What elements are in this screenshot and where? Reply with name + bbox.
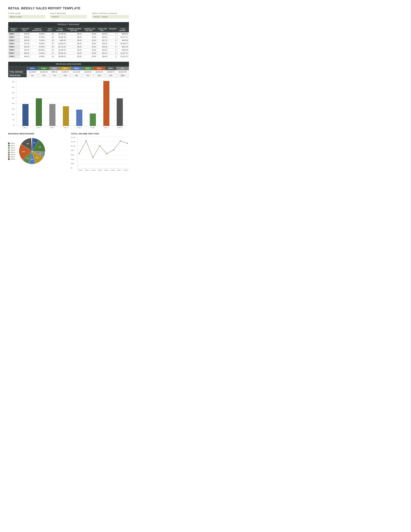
y-label-15: $15 xyxy=(12,108,15,110)
table-cell: 1 xyxy=(108,36,117,39)
bar-group xyxy=(113,81,127,126)
table-cell: $955.50 xyxy=(55,39,67,42)
table-cell: 52 xyxy=(46,36,55,39)
line-chart-area xyxy=(77,137,129,169)
x-label-item6: ITEM 6 xyxy=(86,127,100,128)
manager-label: SALES MANAGER xyxy=(50,12,87,14)
line-y-400: $400 xyxy=(71,159,75,160)
table-cell: 75.00% xyxy=(30,39,46,42)
line-dot xyxy=(127,143,128,144)
table-cell: $2.50 xyxy=(82,45,97,48)
table-cell: 35 xyxy=(46,32,55,36)
week-value: xx/xx/xx - xx/xx/xx xyxy=(92,15,129,19)
table-cell: ITEM 5 xyxy=(8,45,20,48)
line-dot xyxy=(113,150,114,151)
legend-item: ITEM 7 xyxy=(8,156,15,158)
line-y-200: $200 xyxy=(71,163,75,164)
breakdown-revenue-label: TOTAL REVENUE xyxy=(8,70,27,74)
x-label-item1: ITEM 1 xyxy=(19,127,32,128)
table-cell: 92.00% xyxy=(30,55,46,58)
legend-color-box xyxy=(8,149,10,151)
col-sold: TOTAL SOLD ▼ xyxy=(46,27,55,32)
breakdown-col-item1: ITEM 1 xyxy=(27,67,38,70)
product-revenue-table: PRODUCT REVENUE PRODUCT NAME ▼ COST PER … xyxy=(8,22,129,58)
breakdown-pct-label: PERCENTAGE xyxy=(8,74,27,77)
week-field: WEEK STARTING & ENDING xx/xx/xx - xx/xx/… xyxy=(92,12,129,19)
line-dot xyxy=(99,145,100,146)
breakdown-revenue-cell: $955.50 xyxy=(49,70,59,74)
pie-label: 9% xyxy=(33,142,36,144)
header-fields: STORE NAME Market on Main SALES MANAGER … xyxy=(8,12,129,19)
line-chart-svg xyxy=(77,137,129,169)
dropdown-icon[interactable]: ▼ xyxy=(77,30,79,31)
dropdown-icon[interactable]: ▼ xyxy=(112,30,113,31)
col-shipping-charge: SHIPPING CHARGE PER ITEM ▼ xyxy=(67,27,82,32)
legend-label: ITEM 6 xyxy=(10,154,15,155)
table-cell: $1,320.00 xyxy=(55,48,67,52)
table-cell: $2,069.76 xyxy=(55,55,67,58)
breakdown-pct-cell: 9% xyxy=(27,74,38,77)
table-cell: $2.50 xyxy=(82,39,97,42)
table-cell: ITEM 4 xyxy=(8,42,20,45)
breakdown-empty-col xyxy=(8,67,27,70)
legend-color-box xyxy=(8,147,10,149)
breakdown-pct-cell: 9% xyxy=(82,74,94,77)
legend-item: ITEM 4 xyxy=(8,149,15,151)
store-label: STORE NAME xyxy=(8,12,45,14)
bottom-charts: REVENUE BREAKDOWN ITEM 1ITEM 2ITEM 3ITEM… xyxy=(8,133,129,172)
table-cell: $13.50 xyxy=(97,48,108,52)
table-cell: 0 xyxy=(108,55,117,58)
breakdown-col-item2: ITEM 2 xyxy=(38,67,50,70)
dropdown-icon[interactable]: ▼ xyxy=(26,30,28,31)
table-cell: $2.50 xyxy=(82,52,97,55)
table-cell: 55 xyxy=(46,42,55,45)
breakdown-revenue-cell: $1,131.00 xyxy=(71,70,82,74)
legend-label: ITEM 3 xyxy=(10,147,15,149)
x-label-item5: ITEM 5 xyxy=(73,127,86,128)
table-cell: 87.00% xyxy=(30,36,46,39)
line-y-800: $800 xyxy=(71,150,75,151)
dropdown-icon[interactable]: ▼ xyxy=(52,30,53,31)
table-cell: 100.00% xyxy=(30,48,46,52)
manager-value: Patrick E. xyxy=(50,15,87,19)
table-cell: 0 xyxy=(108,39,117,42)
col-markup: MARKUP PERCENTAGE ▼ xyxy=(30,27,46,32)
table-cell: $1,101.76 xyxy=(117,55,129,58)
bar-group xyxy=(46,81,59,126)
bar-group xyxy=(19,81,32,126)
legend-color-box xyxy=(8,156,10,158)
breakdown-pct-cell: 8% xyxy=(71,74,82,77)
dropdown-icon[interactable]: ▼ xyxy=(126,30,127,31)
bars-container xyxy=(16,81,129,126)
table-cell: $5.00 xyxy=(67,32,82,36)
dropdown-icon[interactable]: ▼ xyxy=(93,30,94,31)
dropdown-icon[interactable]: ▼ xyxy=(64,30,65,31)
line-x-labels: ITEM 1 ITEM 2 ITEM 3 ITEM 4 ITEM 5 ITEM … xyxy=(77,169,129,172)
table-cell: 28 xyxy=(46,39,55,42)
legend-item: ITEM 5 xyxy=(8,152,15,153)
col-profit: PROFIT PER ITEM ▼ xyxy=(97,27,108,32)
table-cell: $1,828.75 xyxy=(55,42,67,45)
pie-label: 21% xyxy=(22,151,25,152)
dropdown-icon[interactable]: ▼ xyxy=(16,30,17,31)
legend-label: ITEM 2 xyxy=(10,145,15,146)
y-label-40: $40 xyxy=(12,81,15,83)
pie-container: ITEM 1ITEM 2ITEM 3ITEM 4ITEM 5ITEM 6ITEM… xyxy=(8,137,66,166)
dropdown-icon[interactable]: ▼ xyxy=(42,30,44,31)
table-cell: $24.50 xyxy=(20,36,30,39)
breakdown-pct-row: PERCENTAGE 9%17%7%13%8%9%21%15%100% xyxy=(8,74,129,77)
pie-chart-svg-container: 9%17%7%13%8%9%21%15% xyxy=(18,137,47,166)
breakdown-revenue-cell: $2,991.45 xyxy=(94,70,105,74)
table-row: ITEM 1$19.5083.00%35$1,248.98$5.00$2.50$… xyxy=(8,32,129,36)
breakdown-col-item3: ITEM 3 xyxy=(49,67,59,70)
table-cell: $17.13 xyxy=(97,39,108,42)
breakdown-revenue-cell: $2,069.76 xyxy=(105,70,117,74)
bar-x-labels: ITEM 1 ITEM 2 ITEM 3 ITEM 4 ITEM 5 ITEM … xyxy=(16,126,129,129)
legend-item: ITEM 2 xyxy=(8,145,15,146)
line-x-item1: ITEM 1 xyxy=(77,170,84,171)
breakdown-col-item8: ITEM 8 xyxy=(105,67,117,70)
dropdown-icon[interactable]: ▼ xyxy=(104,30,105,31)
breakdown-col-item5: ITEM 5 xyxy=(71,67,82,70)
breakdown-pct-cell: 15% xyxy=(105,74,117,77)
breakdown-title: REVENUE BREAKDOWN xyxy=(8,62,129,67)
